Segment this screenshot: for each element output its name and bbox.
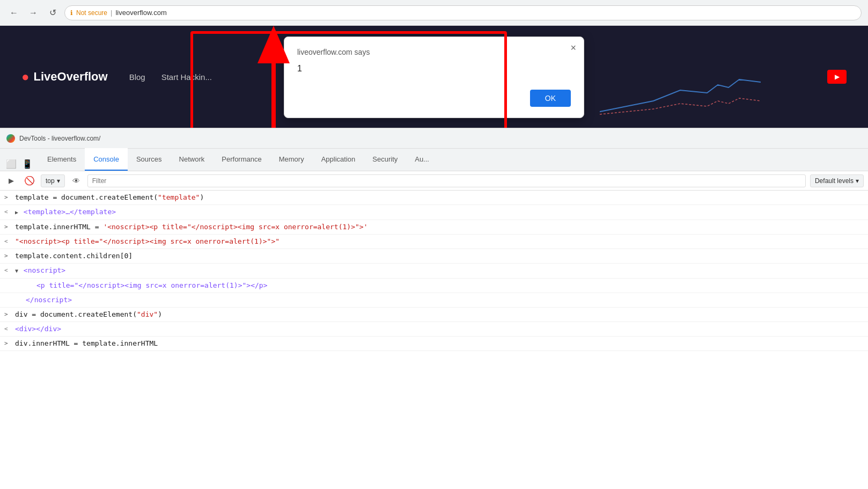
arrow-spacer (4, 295, 15, 305)
security-text: Not secure (76, 9, 107, 17)
tab-security[interactable]: Security (364, 148, 406, 171)
expand-icon: ▶ (15, 209, 18, 215)
dialog-overlay: liveoverflow.com says 1 OK × (0, 26, 868, 128)
arrow-left: < (4, 265, 15, 276)
console-line: > div = document.createElement("div") (0, 308, 868, 322)
context-dropdown-icon: ▾ (57, 177, 60, 185)
devtools-title: DevTools - liveoverflow.com/ (19, 135, 100, 142)
arrow-right: > (4, 309, 15, 320)
line-content: template = document.createElement("templ… (15, 192, 864, 203)
execute-button[interactable]: ▶ (4, 174, 18, 188)
tab-performance[interactable]: Performance (213, 148, 270, 171)
arrow-right: > (4, 251, 15, 261)
console-output: > template = document.createElement("tem… (0, 191, 868, 351)
context-value: top (46, 177, 55, 185)
console-line: > template.content.children[0] (0, 249, 868, 264)
console-line: </noscript> (0, 293, 868, 308)
line-content: ▶ <template>…</template> (15, 207, 864, 218)
line-content: <p title="</noscript><img src=x onerror=… (15, 280, 864, 291)
console-line: <p title="</noscript><img src=x onerror=… (0, 279, 868, 293)
filter-input[interactable] (87, 174, 806, 187)
line-content: div = document.createElement("div") (15, 309, 864, 320)
line-content: "<noscript><p title="</noscript><img src… (15, 236, 864, 247)
devtools-titlebar: DevTools - liveoverflow.com/ (0, 128, 868, 149)
devtools-left-icons: ⬜ 📱 (4, 157, 34, 171)
arrow-left: < (4, 207, 15, 217)
levels-dropdown-icon: ▾ (856, 177, 859, 185)
alert-dialog: liveoverflow.com says 1 OK × (284, 37, 584, 118)
reload-button[interactable]: ↺ (45, 5, 60, 20)
dialog-close-button[interactable]: × (570, 42, 576, 54)
context-selector[interactable]: top ▾ (41, 174, 65, 187)
console-line: > template = document.createElement("tem… (0, 191, 868, 205)
back-button[interactable]: ← (6, 5, 21, 20)
dialog-ok-button[interactable]: OK (530, 90, 571, 107)
devtools-tabs: ⬜ 📱 Elements Console Sources Network Per… (0, 149, 868, 171)
console-line: < "<noscript><p title="</noscript><img s… (0, 235, 868, 249)
line-content: template.innerHTML = '<noscript><p title… (15, 222, 864, 232)
expand-icon: ▼ (15, 268, 18, 274)
console-line: > div.innerHTML = template.innerHTML (0, 337, 868, 351)
tab-audits[interactable]: Au... (406, 148, 438, 171)
tab-elements[interactable]: Elements (39, 148, 85, 171)
line-content: template.content.children[0] (15, 251, 864, 261)
devtools-toolbar: ▶ 🚫 top ▾ 👁 Default levels ▾ (0, 171, 868, 191)
line-content: div.innerHTML = template.innerHTML (15, 338, 864, 349)
arrow-spacer (4, 280, 15, 291)
dialog-message: 1 (297, 64, 571, 74)
console-line: < ▶ <template>…</template> (0, 205, 868, 220)
tab-console[interactable]: Console (85, 148, 128, 171)
line-content: <div></div> (15, 324, 864, 334)
levels-label: Default levels (815, 177, 854, 185)
dialog-title: liveoverflow.com says (297, 48, 571, 56)
arrow-right: > (4, 222, 15, 232)
arrow-left: < (4, 324, 15, 334)
url-separator: | (111, 9, 112, 17)
address-bar[interactable]: ℹ Not secure | liveoverflow.com (64, 5, 862, 20)
device-toggle-button[interactable]: 📱 (20, 157, 34, 171)
chrome-favicon (6, 134, 15, 143)
inspector-button[interactable]: ⬜ (4, 157, 18, 171)
tab-sources[interactable]: Sources (128, 148, 171, 171)
line-content: ▼ <noscript> (15, 265, 864, 276)
arrow-right: > (4, 192, 15, 203)
console-line: < <div></div> (0, 322, 868, 337)
tab-memory[interactable]: Memory (270, 148, 313, 171)
url-display: liveoverflow.com (115, 9, 166, 17)
clear-button[interactable]: 🚫 (23, 174, 36, 188)
line-content: </noscript> (15, 295, 864, 305)
dialog-footer: OK (297, 90, 571, 107)
forward-button[interactable]: → (26, 5, 41, 20)
tab-application[interactable]: Application (313, 148, 364, 171)
arrow-right: > (4, 338, 15, 349)
tab-network[interactable]: Network (171, 148, 214, 171)
security-icon: ℹ (70, 9, 73, 17)
console-line: > template.innerHTML = '<noscript><p tit… (0, 220, 868, 235)
website-area: ● LiveOverflow Blog Start Hackin... ▶ li… (0, 26, 868, 128)
devtools-panel: DevTools - liveoverflow.com/ ⬜ 📱 Element… (0, 128, 868, 351)
browser-bar: ← → ↺ ℹ Not secure | liveoverflow.com (0, 0, 868, 26)
console-line: < ▼ <noscript> (0, 264, 868, 279)
eye-button[interactable]: 👁 (69, 174, 83, 188)
levels-selector[interactable]: Default levels ▾ (810, 174, 864, 187)
arrow-left: < (4, 236, 15, 247)
